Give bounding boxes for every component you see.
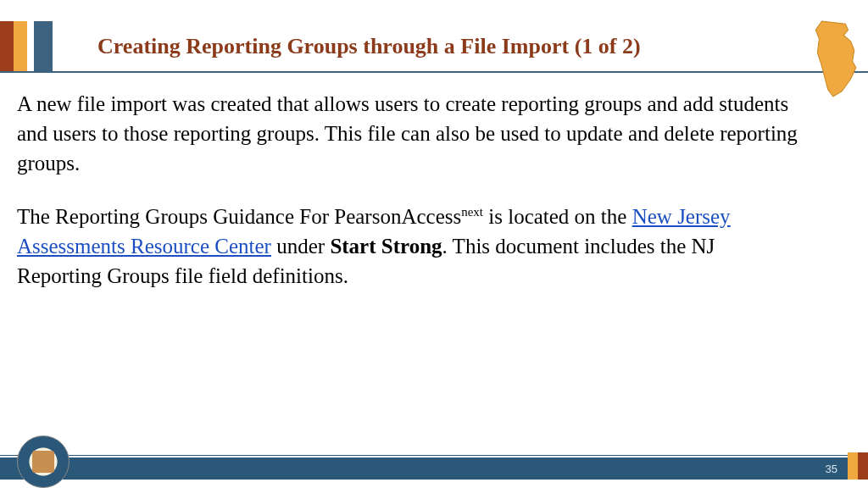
page-number: 35 — [826, 463, 837, 475]
fbar-orange — [848, 452, 858, 480]
nj-state-seal-icon — [17, 435, 70, 488]
header-color-bars — [0, 21, 53, 72]
p2-prefix: The Reporting Groups Guidance For Pearso… — [17, 205, 461, 228]
seal-inner — [32, 451, 54, 473]
bar-blue — [34, 21, 53, 72]
content-area: A new file import was created that allow… — [17, 89, 800, 314]
fbar-brown — [858, 452, 868, 480]
title-underline — [0, 71, 868, 73]
footer-band — [0, 459, 868, 480]
p2-mid: is located on the — [483, 205, 632, 228]
bar-orange — [14, 21, 27, 72]
paragraph-2: The Reporting Groups Guidance For Pearso… — [17, 202, 800, 291]
footer-right-bars — [848, 452, 868, 480]
bar-brown — [0, 21, 14, 72]
p2-superscript: next — [461, 205, 483, 219]
paragraph-1: A new file import was created that allow… — [17, 89, 800, 178]
p2-under: under — [271, 235, 330, 258]
footer-line-thin — [0, 455, 868, 456]
bar-white — [27, 21, 34, 72]
footer: 35 — [0, 450, 868, 488]
slide-title: Creating Reporting Groups through a File… — [97, 34, 641, 59]
p2-bold: Start Strong — [330, 235, 442, 258]
new-jersey-icon — [809, 19, 861, 99]
